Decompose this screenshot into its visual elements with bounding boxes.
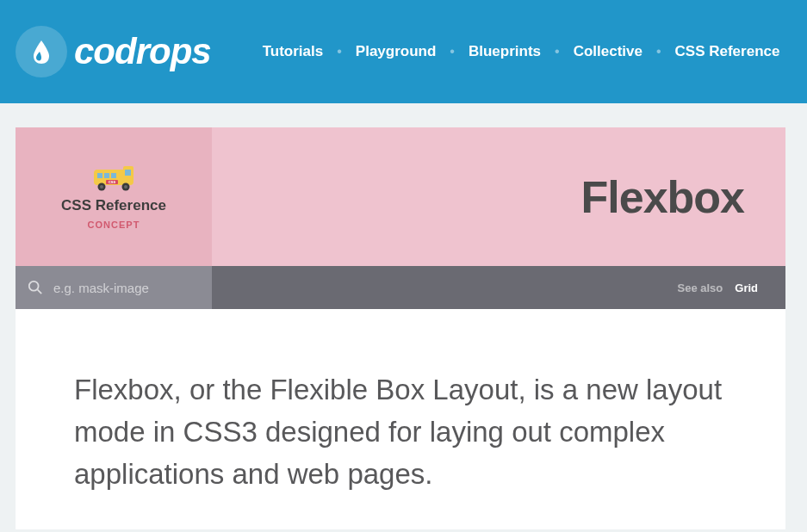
search-icon bbox=[28, 280, 43, 295]
see-also-band: See also Grid bbox=[212, 266, 785, 309]
nav-separator: • bbox=[656, 44, 661, 59]
sidebar-panel: CSS CSS Reference CONCEPT bbox=[16, 127, 212, 266]
title-panel: Flexbox bbox=[212, 127, 785, 266]
nav-cssreference[interactable]: CSS Reference bbox=[675, 43, 780, 60]
article-body: Flexbox, or the Flexible Box Layout, is … bbox=[16, 309, 785, 529]
svg-text:CSS: CSS bbox=[109, 180, 116, 184]
search-input[interactable] bbox=[53, 281, 200, 295]
search-band: See also Grid bbox=[16, 266, 785, 309]
bus-icon: CSS bbox=[90, 164, 137, 192]
svg-point-11 bbox=[124, 185, 127, 189]
logo[interactable]: codrops bbox=[16, 26, 211, 77]
nav-separator: • bbox=[450, 44, 455, 59]
svg-point-12 bbox=[29, 281, 39, 291]
svg-rect-5 bbox=[125, 170, 131, 176]
page-title: Flexbox bbox=[581, 171, 745, 223]
logo-text: codrops bbox=[74, 31, 211, 72]
drop-icon bbox=[31, 39, 52, 65]
svg-line-13 bbox=[38, 290, 42, 294]
nav-blueprints[interactable]: Blueprints bbox=[469, 43, 541, 60]
nav-separator: • bbox=[555, 44, 560, 59]
nav-separator: • bbox=[337, 44, 342, 59]
hero-band: CSS CSS Reference CONCEPT Flexbox bbox=[16, 127, 785, 266]
header: codrops Tutorials • Playground • Bluepri… bbox=[0, 0, 807, 103]
see-also-link[interactable]: Grid bbox=[735, 281, 758, 294]
nav-tutorials[interactable]: Tutorials bbox=[263, 43, 324, 60]
see-also-label: See also bbox=[678, 281, 723, 294]
card: CSS CSS Reference CONCEPT Flexbox bbox=[16, 127, 785, 529]
search-container bbox=[16, 266, 212, 309]
sidebar-title[interactable]: CSS Reference bbox=[61, 197, 166, 214]
nav-collective[interactable]: Collective bbox=[574, 43, 642, 60]
sidebar-subtitle: CONCEPT bbox=[88, 220, 140, 230]
intro-text: Flexbox, or the Flexible Box Layout, is … bbox=[74, 369, 727, 495]
nav: Tutorials • Playground • Blueprints • Co… bbox=[263, 43, 780, 60]
content-area: CSS CSS Reference CONCEPT Flexbox bbox=[0, 103, 807, 529]
logo-circle bbox=[16, 26, 67, 77]
svg-point-9 bbox=[100, 185, 103, 189]
svg-rect-2 bbox=[97, 173, 102, 178]
svg-rect-3 bbox=[104, 173, 109, 178]
svg-rect-4 bbox=[111, 173, 116, 178]
nav-playground[interactable]: Playground bbox=[356, 43, 437, 60]
